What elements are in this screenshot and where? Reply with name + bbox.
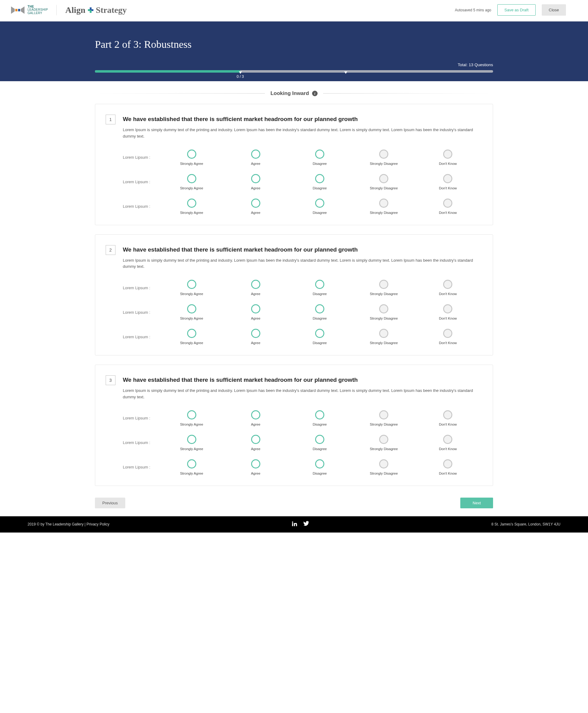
radio-button[interactable] (187, 280, 196, 289)
radio-button[interactable] (315, 174, 324, 183)
option-label: Disagree (288, 186, 352, 190)
options-group: Strongly AgreeAgreeDisagreeStrongly Disa… (160, 199, 480, 215)
option: Agree (224, 329, 288, 345)
radio-button[interactable] (251, 174, 260, 183)
radio-button[interactable] (315, 459, 324, 468)
radio-button[interactable] (251, 410, 260, 420)
question-description: Lorem Ipsum is simply dummy text of the … (123, 388, 480, 401)
radio-button[interactable] (187, 304, 196, 313)
option-label: Strongly Agree (160, 162, 224, 165)
logo-align-strategy[interactable]: Align Strategy (65, 5, 126, 15)
radio-button[interactable] (187, 410, 196, 420)
radio-button[interactable] (187, 329, 196, 338)
matrix-row: Lorem Lipsum :Strongly AgreeAgreeDisagre… (123, 410, 480, 426)
radio-button[interactable] (379, 149, 388, 159)
question-card: 3We have established that there is suffi… (95, 365, 493, 486)
close-button[interactable]: Close (542, 4, 566, 16)
radio-button[interactable] (379, 199, 388, 208)
options-group: Strongly AgreeAgreeDisagreeStrongly Disa… (160, 435, 480, 451)
radio-button[interactable] (187, 459, 196, 468)
radio-button[interactable] (379, 304, 388, 313)
option: Disagree (288, 174, 352, 190)
radio-button[interactable] (443, 199, 452, 208)
row-label: Lorem Lipsum : (123, 204, 160, 209)
info-icon[interactable]: i (312, 91, 318, 96)
question-number: 3 (106, 375, 115, 385)
radio-button[interactable] (315, 304, 324, 313)
tlg-mark-icon (11, 6, 24, 14)
logo-leadership-gallery[interactable]: THE LEADERSHIP GALLERY (11, 5, 48, 15)
radio-button[interactable] (315, 199, 324, 208)
radio-button[interactable] (251, 199, 260, 208)
radio-button[interactable] (187, 199, 196, 208)
radio-button[interactable] (315, 435, 324, 444)
radio-button[interactable] (315, 149, 324, 159)
radio-button[interactable] (379, 280, 388, 289)
question-card: 2We have established that there is suffi… (95, 235, 493, 356)
question-card: 1We have established that there is suffi… (95, 104, 493, 225)
linkedin-icon[interactable] (292, 521, 298, 528)
radio-button[interactable] (315, 280, 324, 289)
save-draft-button[interactable]: Save as Draft (497, 4, 536, 16)
option: Strongly Agree (160, 304, 224, 320)
radio-button[interactable] (251, 280, 260, 289)
tlg-line3: GALLERY (27, 12, 48, 15)
align-word: Align (65, 5, 85, 15)
radio-button[interactable] (251, 435, 260, 444)
privacy-link[interactable]: Privacy Policy (87, 522, 110, 526)
heading-line-right (323, 93, 493, 94)
radio-button[interactable] (443, 435, 452, 444)
question-title: We have established that there is suffic… (123, 376, 480, 383)
matrix-row: Lorem Lipsum :Strongly AgreeAgreeDisagre… (123, 199, 480, 215)
radio-button[interactable] (315, 410, 324, 420)
matrix-row: Lorem Lipsum :Strongly AgreeAgreeDisagre… (123, 329, 480, 345)
radio-button[interactable] (379, 329, 388, 338)
option-label: Don't Know (416, 447, 480, 451)
option-label: Agree (224, 341, 288, 345)
radio-button[interactable] (251, 329, 260, 338)
radio-button[interactable] (251, 304, 260, 313)
next-button[interactable]: Next (460, 497, 493, 508)
radio-button[interactable] (379, 435, 388, 444)
radio-button[interactable] (187, 435, 196, 444)
radio-button[interactable] (379, 410, 388, 420)
option: Strongly Agree (160, 149, 224, 165)
radio-button[interactable] (379, 459, 388, 468)
option: Agree (224, 199, 288, 215)
radio-button[interactable] (443, 149, 452, 159)
heading-line-left (95, 93, 265, 94)
row-label: Lorem Lipsum : (123, 416, 160, 421)
autosave-status: Autosaved 5 mins ago (455, 8, 491, 12)
option-label: Don't Know (416, 472, 480, 475)
options-group: Strongly AgreeAgreeDisagreeStrongly Disa… (160, 304, 480, 320)
radio-button[interactable] (443, 174, 452, 183)
radio-button[interactable] (443, 410, 452, 420)
option-label: Agree (224, 423, 288, 426)
option: Don't Know (416, 329, 480, 345)
option-label: Disagree (288, 423, 352, 426)
radio-button[interactable] (251, 459, 260, 468)
option: Don't Know (416, 459, 480, 475)
previous-button[interactable]: Previous (95, 497, 125, 508)
radio-button[interactable] (443, 280, 452, 289)
logo-divider (56, 5, 57, 15)
radio-button[interactable] (443, 329, 452, 338)
tlg-text: THE LEADERSHIP GALLERY (27, 5, 48, 15)
plus-icon (88, 7, 93, 13)
top-bar: THE LEADERSHIP GALLERY Align Strategy Au… (0, 0, 588, 21)
radio-button[interactable] (315, 329, 324, 338)
twitter-icon[interactable] (303, 521, 309, 528)
option-label: Strongly Agree (160, 186, 224, 190)
option-label: Strongly Disagree (352, 211, 416, 215)
radio-button[interactable] (187, 149, 196, 159)
option: Disagree (288, 304, 352, 320)
radio-button[interactable] (187, 174, 196, 183)
radio-button[interactable] (443, 304, 452, 313)
option: Agree (224, 149, 288, 165)
radio-button[interactable] (251, 149, 260, 159)
option-label: Don't Know (416, 423, 480, 426)
bottom-nav: Previous Next (89, 495, 499, 516)
radio-button[interactable] (379, 174, 388, 183)
section-label: Looking Inward (270, 90, 309, 97)
radio-button[interactable] (443, 459, 452, 468)
